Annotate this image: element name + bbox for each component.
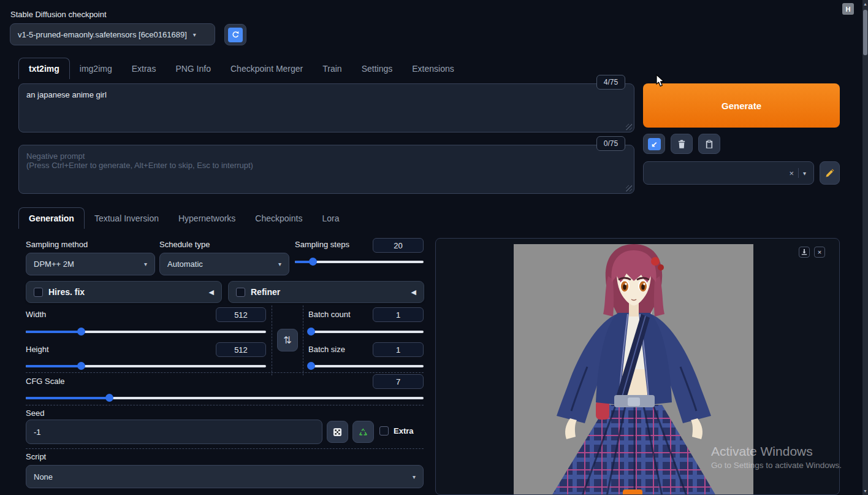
chevron-down-icon: ▾ — [278, 261, 281, 267]
width-input[interactable] — [216, 307, 266, 322]
scrollbar[interactable]: ▲ ▼ — [862, 0, 868, 495]
tab-img2img[interactable]: img2img — [70, 58, 122, 79]
sampling-method-label: Sampling method — [26, 240, 88, 249]
tab-train[interactable]: Train — [313, 58, 351, 79]
tab-txt2img[interactable]: txt2img — [18, 58, 70, 79]
prompt-textarea[interactable] — [19, 84, 634, 132]
batch-size-label: Batch size — [308, 345, 345, 354]
swap-dimensions-button[interactable]: ⇅ — [277, 329, 298, 351]
styles-clipboard-button[interactable] — [698, 134, 720, 154]
slider-thumb[interactable] — [77, 328, 85, 336]
image-toolbar-button-partial[interactable] — [623, 489, 642, 495]
generate-button[interactable]: Generate — [643, 83, 840, 128]
paste-arrow-icon: ↙ — [648, 138, 661, 150]
batch-size-input[interactable] — [373, 342, 424, 357]
tab-checkpoints[interactable]: Checkpoints — [245, 208, 312, 229]
divider — [26, 372, 424, 373]
random-seed-button[interactable] — [327, 421, 348, 443]
close-image-button[interactable]: × — [814, 247, 825, 258]
refiner-accordion[interactable]: Refiner ◀ — [228, 281, 424, 303]
cfg-scale-slider[interactable] — [26, 394, 424, 402]
download-image-button[interactable] — [799, 247, 810, 258]
clear-prompt-button[interactable] — [671, 134, 693, 154]
sub-tab-bar: Generation Textual Inversion Hypernetwor… — [18, 207, 349, 229]
reuse-seed-button[interactable] — [352, 421, 374, 443]
chevron-down-icon: ▾ — [413, 474, 416, 480]
tab-extensions[interactable]: Extensions — [402, 58, 463, 79]
scroll-up-button[interactable]: ▲ — [862, 0, 868, 8]
hires-fix-checkbox[interactable] — [34, 288, 43, 297]
download-icon — [801, 249, 807, 255]
seed-input[interactable] — [26, 420, 322, 444]
swap-arrows-icon: ⇅ — [283, 334, 291, 346]
windows-watermark-subtitle: Go to Settings to activate Windows. — [711, 461, 842, 470]
negative-prompt-textarea[interactable] — [19, 145, 634, 193]
sampling-steps-label: Sampling steps — [295, 240, 349, 249]
divider — [303, 305, 303, 375]
hires-fix-accordion[interactable]: Hires. fix ◀ — [26, 281, 222, 303]
batch-size-slider[interactable] — [308, 362, 424, 370]
scroll-down-button[interactable]: ▼ — [862, 487, 868, 495]
windows-watermark-title: Activate Windows — [711, 444, 813, 459]
main-tab-bar: txt2img img2img Extras PNG Info Checkpoi… — [18, 58, 464, 79]
generation-settings: Sampling method DPM++ 2M ▾ Schedule type… — [26, 239, 424, 495]
height-input[interactable] — [216, 342, 266, 357]
styles-clear-icon[interactable]: × — [789, 169, 794, 178]
tab-settings[interactable]: Settings — [352, 58, 403, 79]
prompt-token-counter: 4/75 — [596, 75, 625, 90]
schedule-type-label: Schedule type — [159, 240, 210, 249]
sampling-method-value: DPM++ 2M — [34, 259, 74, 269]
batch-count-label: Batch count — [308, 310, 351, 319]
cfg-scale-label: CFG Scale — [26, 377, 65, 386]
collapse-left-icon: ◀ — [411, 288, 416, 296]
divider — [26, 405, 424, 405]
tab-png-info[interactable]: PNG Info — [166, 58, 221, 79]
negative-prompt-token-counter: 0/75 — [596, 136, 625, 151]
refiner-label: Refiner — [251, 287, 280, 297]
slider-thumb[interactable] — [77, 362, 85, 370]
extra-seed-label: Extra — [394, 426, 414, 436]
schedule-type-dropdown[interactable]: Automatic ▾ — [159, 253, 289, 275]
resize-handle-icon[interactable] — [626, 124, 632, 130]
edit-styles-button[interactable] — [820, 161, 840, 185]
width-slider[interactable] — [26, 328, 266, 336]
tab-textual-inversion[interactable]: Textual Inversion — [85, 208, 169, 229]
slider-thumb[interactable] — [309, 258, 317, 266]
batch-count-input[interactable] — [373, 307, 424, 322]
profile-badge[interactable]: H — [842, 3, 854, 15]
refiner-checkbox[interactable] — [236, 288, 245, 297]
chevron-down-icon: ▾ — [193, 31, 196, 38]
tab-generation[interactable]: Generation — [18, 207, 85, 229]
refresh-icon — [228, 28, 243, 42]
clipboard-icon — [706, 140, 713, 148]
scroll-thumb[interactable] — [863, 10, 867, 55]
sampling-method-dropdown[interactable]: DPM++ 2M ▾ — [26, 253, 155, 275]
cfg-scale-input[interactable] — [373, 374, 424, 389]
tab-lora[interactable]: Lora — [312, 208, 349, 229]
checkpoint-refresh-button[interactable] — [224, 24, 246, 45]
script-dropdown[interactable]: None ▾ — [26, 465, 424, 488]
extra-seed-checkbox[interactable] — [379, 426, 389, 436]
slider-thumb[interactable] — [105, 394, 113, 402]
slider-thumb[interactable] — [307, 362, 315, 370]
negative-prompt-box — [18, 145, 634, 194]
tab-extras[interactable]: Extras — [122, 58, 166, 79]
checkpoint-dropdown[interactable]: v1-5-pruned-emaonly.safetensors [6ce0161… — [10, 23, 215, 45]
slider-thumb[interactable] — [307, 328, 315, 336]
paste-params-button[interactable]: ↙ — [643, 134, 665, 154]
resize-handle-icon[interactable] — [626, 185, 632, 191]
divider — [26, 448, 424, 449]
divider — [272, 305, 272, 375]
width-label: Width — [26, 310, 46, 319]
checkpoint-value: v1-5-pruned-emaonly.safetensors [6ce0161… — [18, 30, 187, 39]
dice-icon — [333, 428, 342, 437]
divider — [798, 168, 799, 178]
seed-label: Seed — [26, 409, 44, 418]
tab-hypernetworks[interactable]: Hypernetworks — [169, 208, 245, 229]
styles-dropdown[interactable]: × ▾ — [643, 161, 814, 185]
batch-count-slider[interactable] — [308, 328, 424, 336]
sampling-steps-input[interactable] — [373, 238, 424, 253]
sampling-steps-slider[interactable] — [295, 258, 424, 266]
tab-checkpoint-merger[interactable]: Checkpoint Merger — [221, 58, 313, 79]
height-slider[interactable] — [26, 362, 266, 370]
